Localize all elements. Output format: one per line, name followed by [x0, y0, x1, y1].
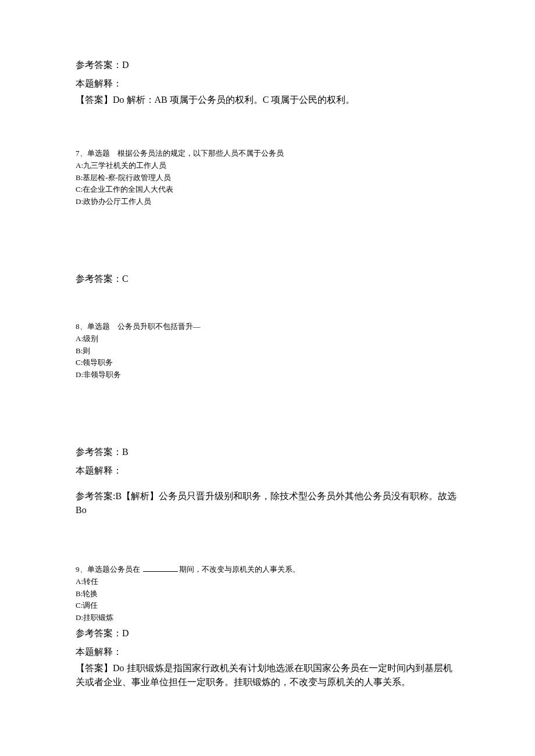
question-number: 8、 [76, 322, 87, 331]
question-type: 单选题 [87, 565, 110, 574]
q7-option-b: B:基层检-察-院行政管理人员 [76, 172, 459, 184]
q8-option-d: D:非领导职务 [76, 369, 459, 381]
q9-explain-text: 【答案】Do 挂职锻炼是指国家行政机关有计划地选派在职国家公务员在一定时间内到基… [76, 661, 459, 689]
q6-explain-label: 本题解释： [76, 77, 459, 91]
question-number: 7、 [76, 149, 87, 157]
q8-option-b: B:则 [76, 345, 459, 357]
q8-option-c: C:领导职务 [76, 357, 459, 369]
answer-label: 参考答案： [76, 447, 122, 457]
q6-answer: 参考答案：D [76, 58, 459, 72]
q9-answer: 参考答案：D [76, 626, 459, 640]
question-type: 单选题 [87, 149, 110, 157]
fill-blank [143, 564, 178, 572]
answer-label: 参考答案： [76, 60, 122, 70]
answer-label: 参考答案： [76, 628, 122, 638]
answer-value: D [122, 60, 129, 70]
q7-stem: 7、单选题 根据公务员法的规定，以下那些人员不属于公务员 [76, 148, 459, 160]
answer-label: 参考答案： [76, 274, 122, 284]
q9-stem: 9、单选题公务员在 期间，不改变与原机关的人事关系。 [76, 564, 459, 576]
document-page: 参考答案：D 本题解释： 【答案】Do 解析：AB 项属于公务员的权利。C 项属… [0, 0, 535, 726]
spacer [76, 480, 459, 489]
q8-answer: 参考答案：B [76, 445, 459, 459]
question-9: 9、单选题公务员在 期间，不改变与原机关的人事关系。 A:转任 B:轮换 C:调… [76, 564, 459, 689]
answer-value: D [122, 628, 129, 638]
q8-explain-label: 本题解释： [76, 464, 459, 478]
q9-option-c: C:调任 [76, 600, 459, 612]
question-type: 单选题 [87, 322, 110, 331]
question-stem-pre: 公务员在 [110, 565, 142, 574]
q9-option-b: B:轮换 [76, 588, 459, 600]
q9-option-a: A:转任 [76, 576, 459, 588]
question-8: 8、单选题 公务员升职不包括晋升— A:级别 B:则 C:领导职务 D:非领导职… [76, 321, 459, 381]
question-stem-post: 期间，不改变与原机关的人事关系。 [179, 565, 300, 574]
q8-stem: 8、单选题 公务员升职不包括晋升— [76, 321, 459, 333]
question-7: 7、单选题 根据公务员法的规定，以下那些人员不属于公务员 A:九三学社机关的工作… [76, 148, 459, 208]
answer-value: B [122, 447, 129, 457]
q9-option-d: D:挂职锻炼 [76, 612, 459, 624]
q7-option-c: C:在企业工作的全国人大代表 [76, 184, 459, 196]
answer-value: C [122, 274, 129, 284]
q7-answer: 参考答案：C [76, 272, 459, 286]
question-stem-text: 公务员升职不包括晋升— [117, 322, 201, 331]
q9-explain-label: 本题解释： [76, 645, 459, 659]
q7-option-d: D:政协办公厅工作人员 [76, 196, 459, 208]
q7-option-a: A:九三学社机关的工作人员 [76, 160, 459, 172]
question-stem-text: 根据公务员法的规定，以下那些人员不属于公务员 [117, 149, 284, 157]
q8-explain-text: 参考答案:B【解析】公务员只晋升级别和职务，除技术型公务员外其他公务员没有职称。… [76, 489, 459, 517]
q6-explain-text: 【答案】Do 解析：AB 项属于公务员的权利。C 项属于公民的权利。 [76, 93, 459, 107]
q8-option-a: A:级别 [76, 333, 459, 345]
question-number: 9、 [76, 565, 87, 574]
